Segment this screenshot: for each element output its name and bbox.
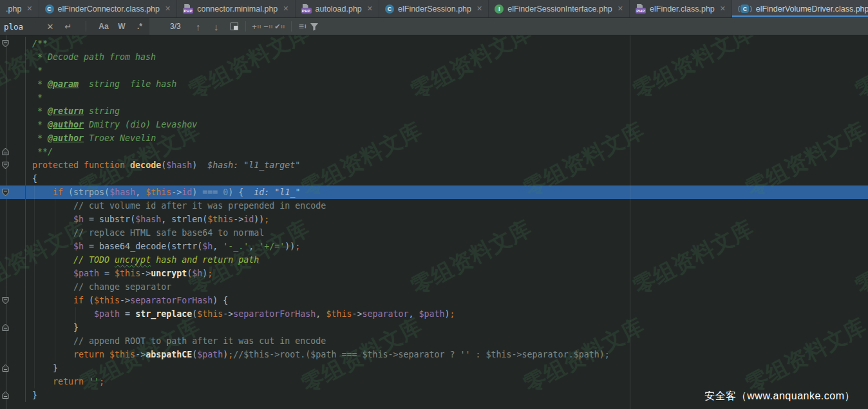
- code-line[interactable]: * @param string file hash: [0, 77, 868, 91]
- newline-icon[interactable]: ↵: [62, 22, 74, 32]
- abstract-class-icon: (C): [738, 5, 752, 13]
- gutter-cell: [0, 307, 26, 321]
- code-line[interactable]: * Decode path from hash: [0, 50, 868, 64]
- fold-end-icon[interactable]: [2, 147, 9, 156]
- divider: [86, 21, 86, 32]
- code-line[interactable]: $h = base64_decode(strtr($h, '-_.', '+/=…: [0, 240, 868, 253]
- search-query-text: ploa: [4, 22, 38, 32]
- tab--php[interactable]: .php✕: [0, 0, 39, 17]
- tab-label: elFinderConnector.class.php: [58, 5, 160, 14]
- fold-start-icon[interactable]: [2, 188, 9, 196]
- remove-occurrence-button[interactable]: −II: [263, 22, 274, 32]
- filter-icon[interactable]: [308, 23, 320, 31]
- selection-square-icon: [231, 23, 238, 30]
- code-text: return '';: [32, 375, 104, 388]
- gutter-cell: [0, 77, 26, 91]
- previous-occurrence-button[interactable]: ↑: [193, 21, 204, 32]
- match-counter: 3/3: [170, 22, 181, 31]
- tab-label: elFinderVolumeDriver.class.php: [756, 5, 868, 14]
- tab-elfindervolumedriver-class-php[interactable]: (C)elFinderVolumeDriver.class.php✕: [732, 0, 868, 17]
- whole-words-toggle[interactable]: W: [116, 22, 127, 31]
- clear-search-icon[interactable]: ✕: [44, 22, 56, 32]
- close-tab-icon[interactable]: ✕: [26, 5, 32, 13]
- code-line[interactable]: return '';: [0, 375, 868, 388]
- indent-guide: [55, 199, 55, 361]
- site-credit: 安全客（www.anquanke.com）: [704, 390, 855, 403]
- gutter-cell: [0, 64, 26, 77]
- code-line[interactable]: * @author Dmitry (dio) Levashov: [0, 118, 868, 131]
- code-line[interactable]: **/: [0, 145, 868, 158]
- code-line[interactable]: }: [0, 321, 868, 334]
- gutter-cell: [0, 50, 26, 64]
- next-occurrence-button[interactable]: ↓: [211, 21, 222, 32]
- gutter-cell: [0, 118, 26, 131]
- code-text: *: [32, 64, 42, 77]
- code-line[interactable]: /**: [0, 37, 868, 50]
- tab-elfindersession-php[interactable]: CelFinderSession.php✕: [379, 0, 489, 17]
- code-text: *: [32, 91, 42, 104]
- close-tab-icon[interactable]: ✕: [476, 5, 482, 13]
- code-line-highlighted[interactable]: if (strpos($hash, $this->id) === 0) { id…: [0, 185, 868, 199]
- close-tab-icon[interactable]: ✕: [165, 5, 171, 13]
- add-occurrence-button[interactable]: +II: [251, 22, 263, 32]
- fold-end-icon[interactable]: [2, 323, 9, 332]
- gutter-cell: [0, 104, 26, 118]
- close-tab-icon[interactable]: ✕: [367, 5, 373, 13]
- code-line[interactable]: }: [0, 361, 868, 375]
- code-text: $h = substr($hash, strlen($this->id));: [32, 213, 269, 226]
- find-in-selection-button[interactable]: [229, 23, 240, 30]
- code-text: // TODO uncrypt hash and return path: [32, 253, 259, 267]
- fold-end-icon[interactable]: [2, 364, 9, 372]
- fold-start-icon[interactable]: [2, 296, 9, 305]
- find-bar: ploa ✕ ↵ Aa W .* 3/3 ↑ ↓ +II −II ✔II ≡I: [0, 18, 868, 35]
- fold-end-icon[interactable]: [2, 391, 9, 399]
- match-case-toggle[interactable]: Aa: [98, 22, 109, 31]
- code-line[interactable]: $h = substr($hash, strlen($this->id));: [0, 213, 868, 226]
- code-line[interactable]: * @author Troex Nevelin: [0, 131, 868, 145]
- gutter-cell: [0, 267, 26, 280]
- code-line[interactable]: if ($this->separatorForHash) {: [0, 294, 868, 307]
- close-tab-icon[interactable]: ✕: [720, 5, 726, 13]
- code-text: $path = str_replace($this->separatorForH…: [32, 307, 455, 321]
- php-file-icon: PHP: [636, 4, 646, 14]
- code-line[interactable]: // TODO uncrypt hash and return path: [0, 253, 868, 267]
- code-line[interactable]: *: [0, 91, 868, 104]
- code-text: }: [32, 321, 79, 334]
- code-line[interactable]: // change separator: [0, 280, 868, 294]
- regex-toggle[interactable]: .*: [134, 22, 146, 31]
- code-line[interactable]: $path = $this->uncrypt($h);: [0, 267, 868, 280]
- tab-elfindersessioninterface-php[interactable]: IelFinderSessionInterface.php✕: [489, 0, 630, 17]
- editor-tab-bar: .php✕CelFinderConnector.class.php✕PHPcon…: [0, 0, 868, 18]
- code-line[interactable]: * @return string: [0, 104, 868, 118]
- gutter-cell: [0, 348, 26, 361]
- gutter-cell: [0, 253, 26, 267]
- fold-start-icon[interactable]: [2, 39, 9, 48]
- code-line[interactable]: // append ROOT to path after it was cut …: [0, 334, 868, 348]
- code-text: protected function decode($hash) $hash: …: [32, 158, 300, 172]
- close-tab-icon[interactable]: ✕: [618, 5, 623, 13]
- search-input[interactable]: ploa ✕ ↵ Aa W .*: [0, 18, 149, 35]
- code-line[interactable]: {: [0, 172, 868, 185]
- code-text: * @author Troex Nevelin: [32, 131, 156, 145]
- code-line[interactable]: // cut volume id after it was prepended …: [0, 199, 868, 213]
- tab-autoload-php[interactable]: PHPautoload.php✕: [296, 0, 380, 17]
- code-line[interactable]: protected function decode($hash) $hash: …: [0, 158, 868, 172]
- select-all-occurrences-button[interactable]: ✔II: [274, 23, 286, 31]
- code-line[interactable]: $path = str_replace($this->separatorForH…: [0, 307, 868, 321]
- code-text: {: [32, 172, 37, 185]
- code-line[interactable]: return $this->abspathCE($path);//$this->…: [0, 348, 868, 361]
- gutter-cell: [0, 199, 26, 213]
- gutter-cell: [0, 158, 26, 172]
- close-tab-icon[interactable]: ✕: [283, 5, 288, 13]
- code-line[interactable]: *: [0, 64, 868, 77]
- search-options-icon[interactable]: ≡I: [297, 21, 308, 32]
- class-icon: C: [45, 5, 54, 14]
- fold-start-icon[interactable]: [2, 161, 9, 169]
- code-text: * Decode path from hash: [32, 50, 156, 64]
- tab-elfinderconnector-class-php[interactable]: CelFinderConnector.class.php✕: [39, 0, 178, 17]
- tab-elfinder-class-php[interactable]: PHPelFinder.class.php✕: [630, 0, 732, 17]
- code-text: if ($this->separatorForHash) {: [32, 294, 228, 307]
- code-editor[interactable]: /** * Decode path from hash * * @param s…: [0, 35, 868, 409]
- tab-connector-minimal-php[interactable]: PHPconnector.minimal.php✕: [177, 0, 295, 17]
- code-line[interactable]: // replace HTML safe base64 to normal: [0, 226, 868, 240]
